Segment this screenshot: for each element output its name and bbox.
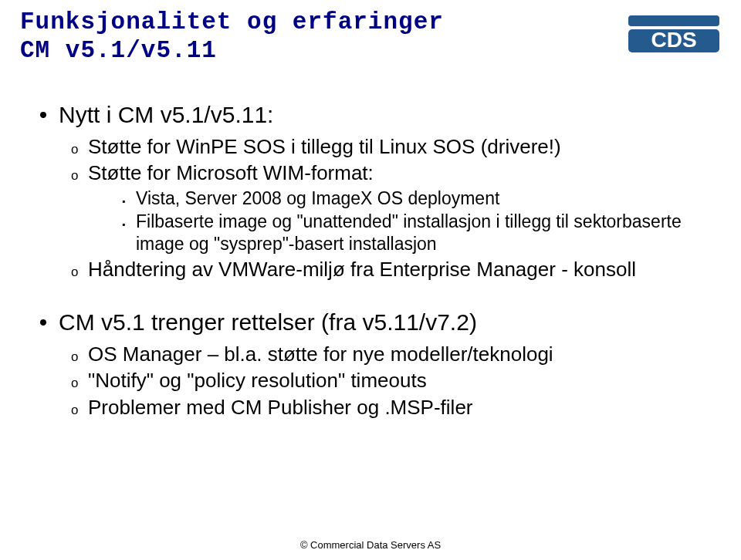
l2-text: OS Manager – bl.a. støtte for nye modell… (88, 342, 553, 367)
svg-text:CDS: CDS (651, 28, 696, 52)
l2-text: Støtte for WinPE SOS i tillegg til Linux… (88, 134, 561, 160)
l2-item: o OS Manager – bl.a. støtte for nye mode… (71, 342, 710, 367)
slide: CDS Funksjonalitet og erfaringer CM v5.1… (0, 0, 741, 560)
l1-item: • CM v5.1 trenger rettelser (fra v5.11/v… (36, 308, 710, 337)
l2-text: Støtte for Microsoft WIM-format: (88, 160, 374, 186)
title-line-2: CM v5.1/v5.11 (20, 36, 610, 65)
o-bullet-icon: o (71, 265, 82, 278)
content: • Nytt i CM v5.1/v5.11: o Støtte for Win… (36, 100, 710, 446)
o-bullet-icon: o (71, 376, 82, 390)
l2-item: o Støtte for Microsoft WIM-format: (71, 160, 710, 186)
title-line-1: Funksjonalitet og erfaringer (20, 8, 610, 36)
square-bullet-icon: ▪ (122, 197, 130, 206)
bullet-group-1: • Nytt i CM v5.1/v5.11: o Støtte for Win… (36, 100, 710, 282)
footer-copyright: © Commercial Data Servers AS (0, 539, 741, 551)
l3-text: Vista, Server 2008 og ImageX OS deployme… (136, 187, 499, 210)
cds-logo: CDS (628, 14, 719, 56)
l3-item: ▪ Vista, Server 2008 og ImageX OS deploy… (122, 187, 710, 210)
o-bullet-icon: o (71, 169, 82, 182)
disc-bullet-icon: • (36, 103, 51, 127)
l2-item: o "Notify" og "policy resolution" timeou… (71, 368, 710, 393)
svg-rect-0 (628, 15, 719, 26)
l3-item: ▪ Filbaserte image og "unattended" insta… (122, 211, 710, 255)
square-bullet-icon: ▪ (122, 220, 130, 229)
l2-text: Håndtering av VMWare-miljø fra Enterpris… (88, 257, 636, 282)
l2-text: "Notify" og "policy resolution" timeouts (88, 368, 427, 393)
l3-text: Filbaserte image og "unattended" install… (136, 211, 710, 255)
o-bullet-icon: o (71, 350, 82, 363)
l2-text: Problemer med CM Publisher og .MSP-filer (88, 395, 473, 420)
l1-item: • Nytt i CM v5.1/v5.11: (36, 100, 710, 130)
disc-bullet-icon: • (36, 311, 51, 334)
o-bullet-icon: o (71, 403, 82, 417)
l2-item: o Støtte for WinPE SOS i tillegg til Lin… (71, 134, 710, 160)
o-bullet-icon: o (71, 143, 82, 156)
bullet-group-2: • CM v5.1 trenger rettelser (fra v5.11/v… (36, 308, 710, 420)
l2-item: o Problemer med CM Publisher og .MSP-fil… (71, 395, 710, 420)
l2-item: o Håndtering av VMWare-miljø fra Enterpr… (71, 257, 710, 282)
title-block: Funksjonalitet og erfaringer CM v5.1/v5.… (20, 8, 610, 65)
l1-text: Nytt i CM v5.1/v5.11: (59, 100, 273, 130)
l1-text: CM v5.1 trenger rettelser (fra v5.11/v7.… (59, 308, 477, 337)
